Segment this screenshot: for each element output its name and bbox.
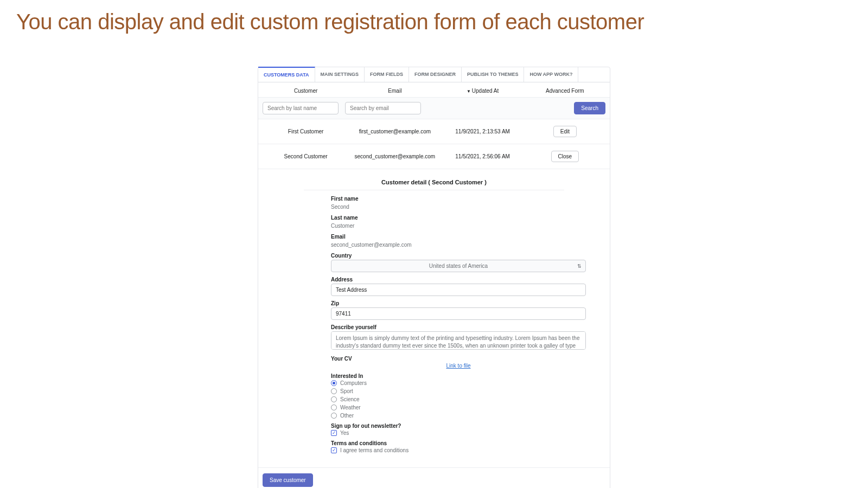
detail-form: First name Second Last name Customer Ema… xyxy=(331,196,586,453)
checkbox-label: Yes xyxy=(340,430,349,436)
email-value: second_customer@example.com xyxy=(331,242,412,248)
cv-file-link[interactable]: Link to file xyxy=(331,363,586,369)
radio-label: Computers xyxy=(340,380,367,386)
first-name-value: Second xyxy=(331,204,349,210)
customer-detail-panel: Customer detail ( Second Customer ) Firs… xyxy=(258,169,610,467)
radio-icon xyxy=(331,404,337,410)
search-row: Search xyxy=(258,97,610,119)
last-name-label: Last name xyxy=(331,215,586,221)
search-button[interactable]: Search xyxy=(574,102,605,114)
radio-label: Science xyxy=(340,396,360,402)
table-row: First Customer first_customer@example.co… xyxy=(258,119,610,144)
edit-button[interactable]: Edit xyxy=(553,126,577,137)
col-header-advanced-form[interactable]: Advanced Form xyxy=(525,88,605,94)
radio-option-sport[interactable]: Sport xyxy=(331,388,586,394)
tabs-bar: CUSTOMERS DATA MAIN SETTINGS FORM FIELDS… xyxy=(258,67,610,82)
checkbox-icon xyxy=(331,430,337,436)
first-name-label: First name xyxy=(331,196,586,202)
checkbox-icon xyxy=(331,447,337,453)
page-title: You can display and edit custom registra… xyxy=(16,10,868,34)
radio-option-science[interactable]: Science xyxy=(331,396,586,402)
tab-customers-data[interactable]: CUSTOMERS DATA xyxy=(258,67,315,82)
terms-checkbox-row[interactable]: I agree terms and conditions xyxy=(331,447,586,453)
describe-textarea[interactable]: Lorem Ipsum is simply dummy text of the … xyxy=(331,331,586,350)
country-label: Country xyxy=(331,253,586,259)
newsletter-label: Sign up for out newsletter? xyxy=(331,423,586,429)
radio-option-weather[interactable]: Weather xyxy=(331,404,586,410)
cell-email: first_customer@example.com xyxy=(349,129,441,134)
cell-customer: First Customer xyxy=(263,129,349,134)
radio-label: Other xyxy=(340,413,354,419)
country-select[interactable]: United states of America xyxy=(331,260,586,272)
table-header-row: Customer Email ▼Updated At Advanced Form xyxy=(258,82,610,97)
detail-title: Customer detail ( Second Customer ) xyxy=(304,176,564,190)
customers-table: Customer Email ▼Updated At Advanced Form… xyxy=(258,82,610,488)
col-header-customer[interactable]: Customer xyxy=(263,88,349,94)
tab-publish-themes[interactable]: PUBLISH TO THEMES xyxy=(462,67,524,82)
address-label: Address xyxy=(331,277,586,282)
radio-icon xyxy=(331,396,337,402)
radio-option-computers[interactable]: Computers xyxy=(331,380,586,386)
tab-main-settings[interactable]: MAIN SETTINGS xyxy=(315,67,365,82)
search-email-input[interactable] xyxy=(345,102,421,114)
detail-footer: Save customer xyxy=(258,467,610,488)
interested-label: Interested In xyxy=(331,373,586,379)
email-label: Email xyxy=(331,234,586,240)
describe-label: Describe yourself xyxy=(331,324,586,330)
radio-label: Weather xyxy=(340,404,361,410)
save-customer-button[interactable]: Save customer xyxy=(263,473,313,487)
tab-form-fields[interactable]: FORM FIELDS xyxy=(365,67,409,82)
radio-label: Sport xyxy=(340,388,353,394)
col-header-updated-at[interactable]: ▼Updated At xyxy=(441,88,524,94)
sort-caret-icon: ▼ xyxy=(467,89,471,94)
radio-icon xyxy=(331,413,337,419)
zip-input[interactable] xyxy=(331,307,586,320)
app-panel: CUSTOMERS DATA MAIN SETTINGS FORM FIELDS… xyxy=(258,67,610,488)
table-row: Second Customer second_customer@example.… xyxy=(258,144,610,169)
cell-updated-at: 11/9/2021, 2:13:53 AM xyxy=(441,129,524,134)
tab-form-designer[interactable]: FORM DESIGNER xyxy=(409,67,462,82)
radio-option-other[interactable]: Other xyxy=(331,413,586,419)
last-name-value: Customer xyxy=(331,223,354,229)
col-header-updated-label: Updated At xyxy=(472,88,499,94)
interested-radio-group: Computers Sport Science Weather xyxy=(331,380,586,419)
terms-label: Terms and conditions xyxy=(331,440,586,446)
radio-icon xyxy=(331,380,337,386)
search-lastname-input[interactable] xyxy=(263,102,339,114)
tab-how-app-work[interactable]: HOW APP WORK? xyxy=(524,67,578,82)
cell-email: second_customer@example.com xyxy=(349,153,441,159)
cell-updated-at: 11/5/2021, 2:56:06 AM xyxy=(441,153,524,159)
cv-label: Your CV xyxy=(331,356,586,362)
close-button[interactable]: Close xyxy=(551,151,579,162)
zip-label: Zip xyxy=(331,300,586,306)
address-input[interactable] xyxy=(331,284,586,296)
radio-icon xyxy=(331,388,337,394)
cell-customer: Second Customer xyxy=(263,153,349,159)
checkbox-label: I agree terms and conditions xyxy=(340,447,409,453)
col-header-email[interactable]: Email xyxy=(349,88,441,94)
newsletter-checkbox-row[interactable]: Yes xyxy=(331,430,586,436)
